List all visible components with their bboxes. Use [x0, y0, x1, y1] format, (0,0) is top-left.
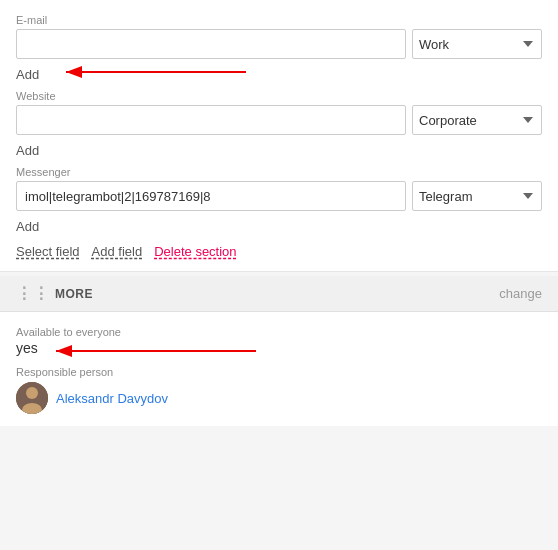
- messenger-label: Messenger: [16, 166, 542, 178]
- website-type-select[interactable]: Corporate Work Personal Other: [412, 105, 542, 135]
- email-row: Work Home Corporate Other: [16, 29, 542, 59]
- more-title: ⋮⋮ MORE: [16, 284, 93, 303]
- website-row: Corporate Work Personal Other: [16, 105, 542, 135]
- more-dots-icon: ⋮⋮: [16, 284, 49, 303]
- responsible-person-row: Aleksandr Davydov: [16, 382, 542, 414]
- more-change-link[interactable]: change: [499, 286, 542, 301]
- available-value-row: yes: [16, 340, 542, 360]
- more-section: ⋮⋮ MORE change Available to everyone yes: [0, 276, 558, 426]
- avatar-silhouette-icon: [16, 382, 48, 414]
- form-section: E-mail Work Home Corporate Other Add: [0, 0, 558, 272]
- select-field-link[interactable]: Select field: [16, 244, 80, 259]
- website-add-link[interactable]: Add: [16, 143, 39, 158]
- email-add-container: Add: [16, 63, 542, 84]
- add-field-link[interactable]: Add field: [92, 244, 143, 259]
- more-body: Available to everyone yes Responsible pe…: [0, 312, 558, 426]
- website-input[interactable]: [16, 105, 406, 135]
- email-label: E-mail: [16, 14, 542, 26]
- actions-row: Select field Add field Delete section: [16, 244, 542, 259]
- website-label: Website: [16, 90, 542, 102]
- more-title-label: MORE: [55, 287, 93, 301]
- arrow1-decoration: [56, 57, 256, 87]
- messenger-row: Telegram WhatsApp Viber Skype: [16, 181, 542, 211]
- svg-point-5: [26, 387, 38, 399]
- arrow2-decoration: [46, 336, 266, 366]
- email-type-select[interactable]: Work Home Corporate Other: [412, 29, 542, 59]
- responsible-person-name[interactable]: Aleksandr Davydov: [56, 391, 168, 406]
- avatar-image: [16, 382, 48, 414]
- available-value: yes: [16, 340, 38, 356]
- responsible-label: Responsible person: [16, 366, 542, 378]
- email-input[interactable]: [16, 29, 406, 59]
- delete-section-link[interactable]: Delete section: [154, 244, 236, 259]
- avatar: [16, 382, 48, 414]
- more-header: ⋮⋮ MORE change: [0, 276, 558, 312]
- available-label: Available to everyone: [16, 326, 542, 338]
- messenger-add-link[interactable]: Add: [16, 219, 39, 234]
- messenger-input[interactable]: [16, 181, 406, 211]
- email-add-link[interactable]: Add: [16, 67, 39, 82]
- messenger-type-select[interactable]: Telegram WhatsApp Viber Skype: [412, 181, 542, 211]
